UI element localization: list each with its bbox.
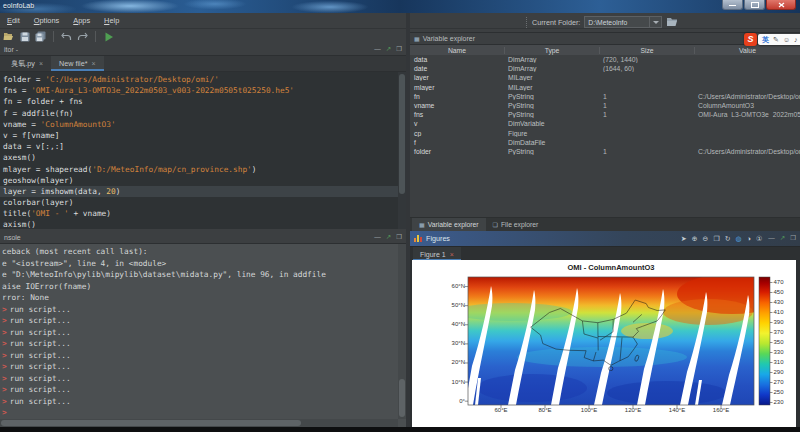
table-row[interactable]: vDimVariable: [410, 119, 800, 128]
tab-label: New file*: [59, 59, 87, 68]
cursor-icon[interactable]: ➤: [681, 235, 687, 242]
menu-edit[interactable]: Edit: [0, 16, 27, 25]
window-title: eoInfoLab: [3, 2, 34, 9]
minimize-icon[interactable]: —: [374, 234, 381, 241]
table-row[interactable]: fnsPyString1OMI-Aura_L3-OMTO3e_2022m0503…: [410, 110, 800, 119]
current-folder-bar: Current Folder: D:\MeteoInfo: [526, 15, 678, 29]
ime-icon[interactable]: ♪: [794, 36, 798, 43]
var-type: DimArray: [505, 56, 600, 63]
code-line: data = v[:,:]: [0, 141, 398, 152]
tab-variable-explorer[interactable]: ▦Variable explorer: [412, 218, 486, 231]
editor-tab-1[interactable]: 臭氧.py×: [3, 56, 51, 71]
column-header-type[interactable]: Type: [505, 47, 600, 54]
table-row[interactable]: cpFigure: [410, 129, 800, 138]
ime-icon[interactable]: ✎: [773, 36, 779, 44]
console-line: >run script...: [2, 350, 398, 362]
colorbar-tick-label: 390: [774, 319, 784, 325]
table-row[interactable]: mlayerMILayer: [410, 83, 800, 92]
figures-icon: [414, 235, 422, 242]
column-header-size[interactable]: Size: [600, 47, 695, 54]
minimize-icon[interactable]: —: [374, 46, 381, 53]
table-row[interactable]: fDimDataFile: [410, 138, 800, 147]
table-row[interactable]: layerMILayer: [410, 73, 800, 82]
table-row[interactable]: vnamePyString1ColumnAmountO3: [410, 101, 800, 110]
console-hscrollbar[interactable]: [0, 419, 398, 427]
maximize-icon[interactable]: ❐: [790, 235, 796, 242]
minimize-button[interactable]: [722, 0, 743, 10]
table-row[interactable]: dateDimArray(1644, 60): [410, 64, 800, 73]
input-method-toolbar: S 英✎☺♪⌨: [744, 33, 800, 46]
y-axis-tick-label: 30°N: [441, 340, 465, 346]
console-output[interactable]: ceback (most recent call last):e "<iostr…: [0, 244, 398, 419]
close-icon[interactable]: ×: [450, 251, 454, 258]
tab-figure-1[interactable]: Figure 1 ×: [413, 247, 461, 261]
run-script-button[interactable]: [102, 30, 115, 43]
open-folder-icon: [3, 32, 14, 41]
column-header-value[interactable]: Value: [695, 47, 800, 54]
save-all-button[interactable]: [34, 30, 47, 43]
zoom-in-icon[interactable]: ⊕: [692, 235, 698, 242]
var-name: v: [410, 120, 505, 127]
browse-folder-icon[interactable]: [666, 17, 678, 27]
maximize-icon[interactable]: ❐: [396, 234, 402, 241]
editor-tab-2[interactable]: New file*×: [51, 56, 103, 71]
console-line: >run script...: [2, 396, 398, 408]
code-line: title('OMI - ' + vname): [0, 208, 398, 219]
variable-explorer-header: ▦ Variable explorer —↗❐: [410, 33, 800, 45]
editor-scrollbar[interactable]: [398, 72, 406, 229]
y-axis-tick-label: 0°: [441, 398, 465, 404]
console-line: e "D:\MeteoInfo\pylib\mipylib\dataset\mi…: [2, 269, 398, 281]
save-icon: [20, 32, 30, 42]
var-name: date: [410, 65, 505, 72]
undo-icon: [61, 32, 72, 41]
console-line: >run script...: [2, 384, 398, 396]
maximize-button[interactable]: [744, 0, 765, 10]
close-button[interactable]: [766, 0, 796, 10]
code-line: folder = 'C:/Users/Administrator/Desktop…: [0, 74, 398, 85]
figure-canvas[interactable]: OMI - ColumnAmountO3 60°E80°E100°E120°E1…: [412, 260, 796, 427]
ime-logo-icon[interactable]: S: [744, 33, 757, 46]
close-icon[interactable]: ×: [39, 60, 43, 67]
save-button[interactable]: [18, 30, 31, 43]
console-vscrollbar[interactable]: [398, 244, 406, 419]
table-row[interactable]: fnPyString1C:/Users/Administrator/Deskto…: [410, 92, 800, 101]
float-icon[interactable]: ↗: [386, 234, 391, 241]
tab-file-explorer[interactable]: ❏File explorer: [486, 218, 546, 231]
menu-help[interactable]: Help: [97, 16, 126, 25]
x-axis-tick-label: 140°E: [669, 407, 685, 413]
column-header-name[interactable]: Name: [410, 47, 505, 54]
editor-panel-header: itor - —↗❐: [0, 44, 406, 56]
chevron-down-icon[interactable]: [649, 17, 661, 27]
redo-button[interactable]: [76, 30, 89, 43]
var-type: PyString: [505, 111, 600, 118]
var-name: fns: [410, 111, 505, 118]
console-line: >run script...: [2, 338, 398, 350]
float-icon[interactable]: ↗: [386, 46, 391, 53]
ime-icon[interactable]: 英: [762, 35, 769, 45]
info-icon[interactable]: ①: [756, 235, 762, 242]
open-file-button[interactable]: [2, 30, 15, 43]
menu-options[interactable]: Options: [27, 16, 66, 25]
minimize-icon[interactable]: —: [768, 235, 775, 242]
rotate-icon[interactable]: ↻: [725, 235, 731, 242]
zoom-out-icon[interactable]: ⊖: [703, 235, 709, 242]
pages-icon[interactable]: ❐: [713, 235, 719, 242]
prompt-icon: >: [2, 339, 7, 348]
figure-tabbar: Figure 1 ×: [410, 246, 800, 261]
code-editor[interactable]: folder = 'C:/Users/Administrator/Desktop…: [0, 72, 398, 229]
float-icon[interactable]: ↗: [780, 235, 785, 242]
menu-apps[interactable]: Apps: [66, 16, 97, 25]
ime-icon[interactable]: ☺: [783, 36, 790, 43]
editor-panel-title: itor -: [4, 46, 18, 53]
maximize-icon[interactable]: ❐: [396, 46, 402, 53]
prompt-icon: >: [2, 316, 7, 325]
undo-button[interactable]: [60, 30, 73, 43]
table-row[interactable]: dataDimArray(720, 1440): [410, 55, 800, 64]
table-row[interactable]: folderPyString1C:/Users/Administrator/De…: [410, 147, 800, 156]
contrast-icon[interactable]: ◑: [747, 235, 751, 242]
map-plot: [412, 260, 796, 427]
globe-icon[interactable]: ◍: [736, 235, 742, 242]
plot-title: OMI - ColumnAmountO3: [468, 263, 754, 272]
close-icon[interactable]: ×: [91, 60, 95, 67]
current-folder-combobox[interactable]: D:\MeteoInfo: [584, 16, 662, 28]
